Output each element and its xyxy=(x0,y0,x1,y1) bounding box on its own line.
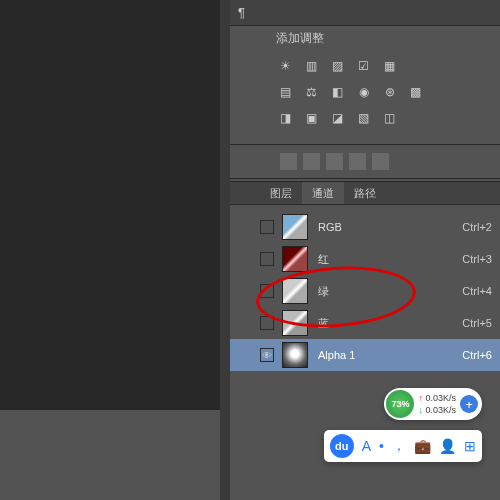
color-lookup-icon[interactable]: ▩ xyxy=(406,82,425,101)
download-arrow-icon: ↓ xyxy=(418,405,423,415)
channel-thumbnail xyxy=(282,214,308,240)
tab-layers[interactable]: 图层 xyxy=(260,182,302,204)
tool-comma[interactable]: ， xyxy=(392,437,406,455)
adjustments-title: 添加调整 xyxy=(230,26,500,50)
channel-hotkey: Ctrl+6 xyxy=(462,349,492,361)
channel-thumbnail xyxy=(282,342,308,368)
preset-5-icon[interactable] xyxy=(372,153,389,170)
channel-row[interactable]: 绿Ctrl+4 xyxy=(230,275,500,307)
channel-row[interactable]: 蓝Ctrl+5 xyxy=(230,307,500,339)
visibility-toggle[interactable] xyxy=(260,252,274,266)
speed-plus-button[interactable]: + xyxy=(460,395,478,413)
visibility-toggle[interactable]: 👁 xyxy=(260,348,274,362)
brightness-icon[interactable]: ☀ xyxy=(276,56,295,75)
channel-mixer-icon[interactable]: ⊛ xyxy=(380,82,399,101)
channel-hotkey: Ctrl+4 xyxy=(462,285,492,297)
exposure-icon[interactable]: ☑ xyxy=(354,56,373,75)
hue-icon[interactable]: ▤ xyxy=(276,82,295,101)
channel-thumbnail xyxy=(282,246,308,272)
bw-icon[interactable]: ◧ xyxy=(328,82,347,101)
eye-icon: 👁 xyxy=(262,350,272,361)
levels-icon[interactable]: ▥ xyxy=(302,56,321,75)
channels-list: RGBCtrl+2红Ctrl+3绿Ctrl+4蓝Ctrl+5👁Alpha 1Ct… xyxy=(230,205,500,371)
divider xyxy=(230,144,500,145)
visibility-toggle[interactable] xyxy=(260,220,274,234)
channel-name: 红 xyxy=(318,252,462,267)
preset-1-icon[interactable] xyxy=(280,153,297,170)
vibrance-icon[interactable]: ▦ xyxy=(380,56,399,75)
panel-tabs: 图层 通道 路径 xyxy=(230,181,500,205)
upload-speed: 0.03K/s xyxy=(425,393,456,403)
channel-hotkey: Ctrl+2 xyxy=(462,221,492,233)
tool-briefcase-icon[interactable]: 💼 xyxy=(414,438,431,454)
channel-row[interactable]: RGBCtrl+2 xyxy=(230,211,500,243)
speed-readout: ↑ 0.03K/s ↓ 0.03K/s xyxy=(418,392,456,416)
channel-row[interactable]: 👁Alpha 1Ctrl+6 xyxy=(230,339,500,371)
panel-divider[interactable] xyxy=(220,0,230,500)
channel-thumbnail xyxy=(282,310,308,336)
tab-paths[interactable]: 路径 xyxy=(344,182,386,204)
preset-2-icon[interactable] xyxy=(303,153,320,170)
channel-hotkey: Ctrl+5 xyxy=(462,317,492,329)
canvas-area[interactable] xyxy=(0,0,230,410)
speed-widget[interactable]: 73% ↑ 0.03K/s ↓ 0.03K/s + xyxy=(384,388,482,420)
panel-header: ¶ xyxy=(230,0,500,26)
channel-name: 蓝 xyxy=(318,316,462,331)
preset-4-icon[interactable] xyxy=(349,153,366,170)
posterize-icon[interactable]: ▣ xyxy=(302,108,321,127)
paragraph-icon[interactable]: ¶ xyxy=(238,5,245,20)
right-panel: ¶ 添加调整 ☀ ▥ ▨ ☑ ▦ ▤ ⚖ ◧ ◉ ⊛ ▩ ◨ ▣ ◪ ▧ ◫ xyxy=(230,0,500,500)
curves-icon[interactable]: ▨ xyxy=(328,56,347,75)
upload-arrow-icon: ↑ xyxy=(418,393,423,403)
channel-name: RGB xyxy=(318,221,462,233)
channel-name: Alpha 1 xyxy=(318,349,462,361)
tool-person-icon[interactable]: 👤 xyxy=(439,438,456,454)
selective-color-icon[interactable]: ◫ xyxy=(380,108,399,127)
tool-text[interactable]: A xyxy=(362,438,371,454)
baidu-icon[interactable]: du xyxy=(330,434,354,458)
secondary-icons xyxy=(230,147,500,176)
channel-hotkey: Ctrl+3 xyxy=(462,253,492,265)
gradient-map-icon[interactable]: ▧ xyxy=(354,108,373,127)
channel-name: 绿 xyxy=(318,284,462,299)
invert-icon[interactable]: ◨ xyxy=(276,108,295,127)
floating-toolbar[interactable]: du A • ， 💼 👤 ⊞ xyxy=(324,430,482,462)
channel-row[interactable]: 红Ctrl+3 xyxy=(230,243,500,275)
preset-3-icon[interactable] xyxy=(326,153,343,170)
download-speed: 0.03K/s xyxy=(425,405,456,415)
speed-percent: 73% xyxy=(386,390,414,418)
threshold-icon[interactable]: ◪ xyxy=(328,108,347,127)
visibility-toggle[interactable] xyxy=(260,316,274,330)
adjustment-icons: ☀ ▥ ▨ ☑ ▦ ▤ ⚖ ◧ ◉ ⊛ ▩ ◨ ▣ ◪ ▧ ◫ xyxy=(230,50,500,142)
balance-icon[interactable]: ⚖ xyxy=(302,82,321,101)
photo-filter-icon[interactable]: ◉ xyxy=(354,82,373,101)
tool-dot[interactable]: • xyxy=(379,438,384,454)
divider xyxy=(230,178,500,179)
tool-grid-icon[interactable]: ⊞ xyxy=(464,438,476,454)
channel-thumbnail xyxy=(282,278,308,304)
visibility-toggle[interactable] xyxy=(260,284,274,298)
tab-channels[interactable]: 通道 xyxy=(302,182,344,204)
